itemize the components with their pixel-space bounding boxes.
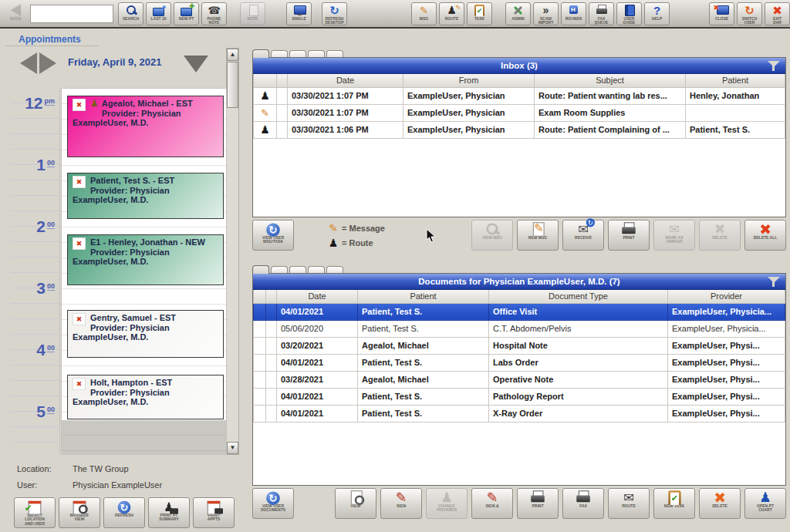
tab[interactable] <box>308 50 325 57</box>
patient-search-input[interactable] <box>30 5 113 23</box>
toolbar-button[interactable]: PRINT <box>517 488 559 519</box>
appointment-card[interactable]: ✖ ♟ Agealot, Michael - EST Provider: Phy… <box>67 96 224 157</box>
tab[interactable] <box>252 265 269 274</box>
receive-icon <box>575 222 592 237</box>
toolbar-button[interactable]: PRINT APPTS <box>193 497 235 528</box>
tab[interactable] <box>308 266 325 273</box>
view-msg-icon <box>484 222 501 237</box>
toolbar-button[interactable]: ROUNDS <box>561 2 586 25</box>
folder-clock-icon <box>152 5 166 16</box>
toolbar-button[interactable]: OPEN PT CHART <box>744 488 786 519</box>
inbox-row[interactable]: 03/30/2021 1:06 PM ExampleUser, Physicia… <box>254 121 785 138</box>
icon-column-header[interactable] <box>254 74 277 87</box>
unread-icon <box>666 222 684 237</box>
toolbar-button[interactable]: PRINT <box>608 220 650 251</box>
appointment-card[interactable]: ✖ ♟ Gentry, Samuel - EST Provider: Physi… <box>67 310 224 358</box>
toolbar-button[interactable]: HELP <box>644 2 670 25</box>
toolbar-button[interactable]: ROUTE <box>439 2 464 25</box>
column-patient[interactable]: Patient <box>358 290 489 303</box>
column-from[interactable]: From <box>403 74 535 87</box>
appointment-title: Patient, Test S. - EST <box>90 176 174 185</box>
doc-icon <box>246 5 260 16</box>
scroll-up-icon[interactable]: ▲ <box>227 49 238 61</box>
previous-day-button[interactable] <box>20 52 37 74</box>
toolbar-button[interactable]: VIEW USER MSG/TASK <box>252 220 294 251</box>
toolbar-button[interactable]: SIGN & <box>471 488 513 519</box>
toolbar-button[interactable]: SIGN <box>380 488 422 519</box>
toolbar-button[interactable]: PHONE NOTE <box>201 2 227 25</box>
appointments-scrollbar[interactable]: ▲ ▼ <box>226 48 239 455</box>
toolbar-button[interactable]: SWITCH USER <box>737 2 762 25</box>
toolbar-button[interactable]: NOTE <box>240 2 265 25</box>
toolbar-button[interactable]: CHANGE PROVIDER <box>426 488 468 519</box>
toolbar-button[interactable]: REFRESH <box>103 497 145 528</box>
appointment-card[interactable]: ✖ ♟ Patient, Test S. - EST Provider: Phy… <box>67 173 224 219</box>
toolbar-button[interactable]: FAX QUEUE <box>589 2 614 25</box>
tab[interactable] <box>326 50 343 57</box>
toolbar-button[interactable]: VIEW <box>335 488 376 519</box>
toolbar-button[interactable]: CLOSE <box>709 2 734 25</box>
toolbar-button[interactable]: ROUTE <box>608 488 650 519</box>
toolbar-button[interactable]: NEW TASK <box>653 488 695 519</box>
tab[interactable] <box>252 49 269 58</box>
document-row[interactable]: 04/01/2021 Patient, Test S. X-Ray Order … <box>254 405 785 422</box>
toolbar-button[interactable]: VIEW MSG <box>471 220 513 251</box>
toolbar-button[interactable]: FAX <box>562 488 604 519</box>
toolbar-button[interactable]: NEW PT <box>174 2 199 25</box>
filter-icon[interactable] <box>767 60 781 72</box>
toolbar-button[interactable]: MARK AS UNREAD <box>653 220 695 251</box>
toolbar-button[interactable]: TASK <box>467 2 492 25</box>
appointment-card[interactable]: ✖ ♟ Holt, Hampton - EST Provider: Physic… <box>67 375 224 419</box>
tab[interactable] <box>289 50 306 57</box>
back-button[interactable]: BACK <box>3 2 29 25</box>
toolbar-button[interactable]: NEW MSG <box>517 220 559 251</box>
toolbar-button[interactable]: LAST 20 <box>146 2 171 25</box>
toolbar-button[interactable]: SEARCH <box>118 2 143 25</box>
document-row[interactable]: 04/01/2021 Patient, Test S. Pathology Re… <box>254 388 785 405</box>
tab[interactable] <box>271 50 288 57</box>
close-monitor-icon <box>715 5 729 16</box>
inbox-row[interactable]: 03/30/2021 1:07 PM ExampleUser, Physicia… <box>254 104 785 121</box>
toolbar-button[interactable]: PRINT PT SUMMARY <box>148 497 190 528</box>
column-subject[interactable]: Subject <box>535 74 686 87</box>
toolbar-button[interactable]: MSG <box>411 2 437 25</box>
toolbar-button[interactable]: SELECT LOCATION AND USER <box>14 497 56 528</box>
person-blue-icon <box>757 490 775 505</box>
appointment-card[interactable]: ✖ ♟ E1 - Henley, Jonathan - NEW Provider… <box>67 234 224 285</box>
filter-icon[interactable] <box>767 276 781 288</box>
person-icon <box>260 92 270 101</box>
toolbar-button[interactable]: EXIT EHR <box>765 2 790 25</box>
document-row[interactable]: 05/06/2020 Patient, Test S. C.T. Abdomen… <box>254 320 785 337</box>
document-row[interactable]: 03/28/2021 Agealot, Michael Operative No… <box>254 371 785 388</box>
document-row[interactable]: 04/01/2021 Patient, Test S. Office Visit… <box>254 303 785 320</box>
next-day-button[interactable] <box>39 52 56 74</box>
calendar-dropdown-button[interactable] <box>184 56 208 72</box>
exit-icon <box>771 5 785 16</box>
column-document-type[interactable]: Document Type <box>489 290 668 303</box>
document-row[interactable]: 04/01/2021 Patient, Test S. Labs Order E… <box>254 354 785 371</box>
toolbar-button[interactable]: SCAN/ IMPORT <box>533 2 559 25</box>
toolbar-button[interactable]: ADMIN <box>505 2 531 25</box>
toolbar-button[interactable]: DELETE ALL <box>744 220 786 251</box>
toolbar-button[interactable]: REFRESH DESKTOP <box>322 2 347 25</box>
column-patient[interactable]: Patient <box>686 74 785 87</box>
toolbar-button[interactable]: MAXIMIZE VIEW <box>59 497 100 528</box>
document-row[interactable]: 03/20/2021 Agealot, Michael Hospital Not… <box>254 337 785 354</box>
toolbar-button[interactable]: DELETE <box>699 488 741 519</box>
toolbar-button[interactable]: USER GUIDE <box>616 2 642 25</box>
tab[interactable] <box>289 266 306 273</box>
toolbar-button[interactable]: VIEW USER DOCUMENTS <box>252 488 294 519</box>
column-date[interactable]: Date <box>277 290 358 303</box>
scroll-down-icon[interactable]: ▼ <box>227 442 238 454</box>
scrollbar-thumb[interactable] <box>227 62 238 108</box>
toolbar-button[interactable]: RECEIVE <box>562 220 604 251</box>
column-date[interactable]: Date <box>288 74 403 87</box>
toolbar-button[interactable]: SINGLE <box>286 2 312 25</box>
tab[interactable] <box>271 266 288 273</box>
messages-toolbar: VIEW USER MSG/TASK = Message = Route VIE… <box>252 217 786 253</box>
toolbar-button[interactable]: DELETE <box>699 220 741 251</box>
tab[interactable] <box>326 266 343 273</box>
toolbar-buttons: SEARCH LAST 20 NEW PT PHONE NOTE NOTE SI… <box>118 2 790 25</box>
inbox-row[interactable]: 03/30/2021 1:07 PM ExampleUser, Physicia… <box>254 87 785 104</box>
column-provider[interactable]: Provider <box>668 290 785 303</box>
